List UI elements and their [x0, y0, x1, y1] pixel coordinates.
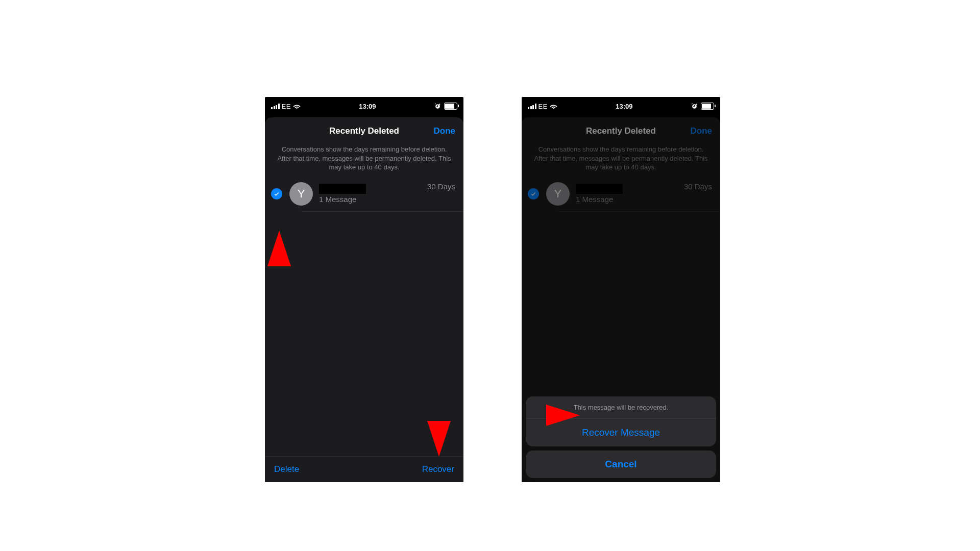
contact-avatar: Y: [289, 182, 313, 206]
action-sheet-title: This message will be recovered.: [526, 396, 716, 419]
contact-name-redacted: [576, 184, 623, 194]
delete-button[interactable]: Delete: [274, 464, 299, 474]
status-right: [691, 103, 714, 110]
phone-screenshot-left: EE 13:09 Recently Deleted Done Conversat…: [265, 97, 463, 482]
deleted-conversation-row[interactable]: Y 1 Message 30 Days: [265, 179, 463, 212]
info-text: Conversations show the days remaining be…: [265, 145, 463, 179]
carrier-label: EE: [282, 103, 291, 110]
bottom-toolbar: Delete Recover: [265, 456, 463, 482]
alarm-icon: [691, 103, 698, 110]
recover-action-sheet: This message will be recovered. Recover …: [526, 396, 716, 478]
recover-message-button[interactable]: Recover Message: [526, 419, 716, 446]
contact-name-redacted: [319, 184, 366, 194]
status-time: 13:09: [359, 103, 376, 110]
done-button[interactable]: Done: [434, 117, 456, 145]
alarm-icon: [434, 103, 441, 110]
selection-checkmark-icon[interactable]: [271, 188, 282, 199]
days-remaining-label: 30 Days: [427, 182, 455, 191]
action-sheet-group: This message will be recovered. Recover …: [526, 396, 716, 446]
sheet-header: Recently Deleted Done: [265, 117, 463, 145]
battery-icon: [444, 103, 457, 110]
cellular-signal-icon: [528, 104, 536, 109]
status-left: EE: [528, 103, 557, 110]
row-divider: [302, 211, 463, 212]
deleted-conversation-row[interactable]: Y 1 Message 30 Days: [522, 179, 720, 212]
row-divider: [558, 211, 720, 212]
status-left: EE: [271, 103, 301, 110]
sheet-header: Recently Deleted Done: [522, 117, 720, 145]
sheet-title: Recently Deleted: [329, 126, 399, 136]
cancel-button[interactable]: Cancel: [526, 450, 716, 478]
recently-deleted-sheet: Recently Deleted Done Conversations show…: [522, 117, 720, 482]
cellular-signal-icon: [271, 104, 280, 109]
carrier-label: EE: [538, 103, 548, 110]
status-bar: EE 13:09: [522, 97, 720, 113]
screenshot-canvas: EE 13:09 Recently Deleted Done Conversat…: [119, 69, 861, 482]
contact-avatar: Y: [546, 182, 570, 206]
status-bar: EE 13:09: [265, 97, 463, 113]
phone-screenshot-right: EE 13:09 Recently Deleted Done Conversat…: [522, 97, 720, 482]
wifi-icon: [293, 104, 301, 109]
wifi-icon: [550, 104, 557, 109]
message-count-label: 1 Message: [576, 195, 684, 204]
conversation-text: 1 Message: [319, 184, 427, 204]
conversation-text: 1 Message: [576, 184, 684, 204]
info-text: Conversations show the days remaining be…: [522, 145, 720, 179]
done-button[interactable]: Done: [691, 117, 713, 145]
battery-icon: [701, 103, 714, 110]
message-count-label: 1 Message: [319, 195, 427, 204]
status-right: [434, 103, 457, 110]
days-remaining-label: 30 Days: [684, 182, 712, 191]
recently-deleted-sheet: Recently Deleted Done Conversations show…: [265, 117, 463, 482]
status-time: 13:09: [616, 103, 632, 110]
sheet-title: Recently Deleted: [586, 126, 656, 136]
selection-checkmark-icon[interactable]: [528, 188, 539, 199]
recover-button[interactable]: Recover: [422, 464, 454, 474]
